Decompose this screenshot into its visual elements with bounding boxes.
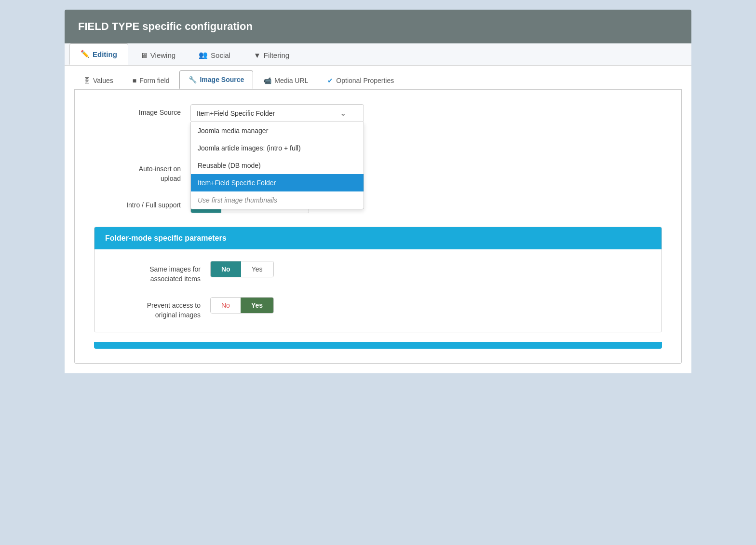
tab-social[interactable]: 👥 Social bbox=[188, 44, 242, 65]
same-images-toggle: No Yes bbox=[210, 261, 274, 277]
tab-viewing-label: Viewing bbox=[150, 51, 176, 59]
page-header: FIELD TYPE specific configuration bbox=[65, 10, 691, 43]
inner-tab-image-source-label: Image Source bbox=[200, 76, 244, 83]
monitor-icon: 🖥 bbox=[140, 51, 148, 59]
dropdown-item-use-first[interactable]: Use first image thumbnails bbox=[191, 191, 364, 209]
dropdown-item-item-field[interactable]: Item+Field Specific Folder bbox=[191, 174, 364, 191]
wrench-icon: 🔧 bbox=[189, 76, 197, 83]
square-icon: ■ bbox=[133, 77, 136, 84]
auto-insert-label: Auto-insert on upload bbox=[94, 161, 190, 183]
video-icon: 📹 bbox=[263, 77, 271, 84]
tab-filtering[interactable]: ▼ Filtering bbox=[243, 45, 300, 65]
form-section: Image Source Item+Field Specific Folder … bbox=[74, 90, 682, 364]
inner-tab-media-url[interactable]: 📹 Media URL bbox=[254, 71, 317, 89]
prevent-access-control: No Yes bbox=[210, 297, 642, 313]
inner-tab-media-url-label: Media URL bbox=[274, 77, 308, 84]
image-source-label: Image Source bbox=[94, 104, 190, 118]
image-source-dropdown: Joomla media manager Joomla article imag… bbox=[190, 122, 364, 209]
prevent-access-label: Prevent access to original images bbox=[114, 297, 210, 320]
intro-full-label: Intro / Full support bbox=[94, 197, 190, 210]
same-images-control: No Yes bbox=[210, 261, 642, 277]
dropdown-item-joomla-media[interactable]: Joomla media manager bbox=[191, 122, 364, 139]
folder-mode-section: Folder-mode specific parameters Same ima… bbox=[94, 227, 662, 332]
bottom-bar bbox=[94, 342, 662, 349]
chevron-down-icon: ⌄ bbox=[340, 109, 346, 118]
inner-tab-optional-properties-label: Optional Properties bbox=[336, 77, 394, 84]
outer-tab-bar: ✏️ Editing 🖥 Viewing 👥 Social ▼ Filterin… bbox=[65, 43, 691, 66]
image-source-select[interactable]: Item+Field Specific Folder ⌄ bbox=[190, 104, 364, 122]
prevent-access-yes-btn[interactable]: Yes bbox=[241, 298, 273, 313]
image-source-control: Item+Field Specific Folder ⌄ Joomla medi… bbox=[190, 104, 662, 122]
prevent-access-row: Prevent access to original images No Yes bbox=[114, 297, 642, 320]
same-images-label: Same images for associated items bbox=[114, 261, 210, 284]
tab-social-label: Social bbox=[211, 51, 230, 59]
intro-full-row: Intro / Full support No Use first image … bbox=[94, 197, 662, 213]
inner-content: 🗄 Values ■ Form field 🔧 Image Source 📹 M… bbox=[65, 66, 691, 373]
auto-insert-row: Auto-insert on upload bbox=[94, 161, 662, 183]
check-icon: ✔ bbox=[327, 77, 333, 84]
dropdown-item-joomla-article[interactable]: Joomla article images: (intro + full) bbox=[191, 139, 364, 157]
inner-tab-values[interactable]: 🗄 Values bbox=[74, 71, 122, 89]
db-icon: 🗄 bbox=[83, 77, 90, 84]
filter-icon: ▼ bbox=[254, 51, 261, 59]
same-images-yes-btn[interactable]: Yes bbox=[241, 261, 273, 277]
inner-tab-image-source[interactable]: 🔧 Image Source bbox=[179, 70, 253, 89]
main-container: FIELD TYPE specific configuration ✏️ Edi… bbox=[65, 10, 691, 373]
folder-mode-body: Same images for associated items No Yes … bbox=[94, 249, 662, 331]
inner-tab-form-field-label: Form field bbox=[139, 77, 169, 84]
same-images-row: Same images for associated items No Yes bbox=[114, 261, 642, 284]
inner-tab-bar: 🗄 Values ■ Form field 🔧 Image Source 📹 M… bbox=[74, 66, 682, 90]
image-source-select-wrapper: Item+Field Specific Folder ⌄ Joomla medi… bbox=[190, 104, 364, 122]
image-source-selected-value: Item+Field Specific Folder bbox=[197, 109, 275, 117]
tab-editing-label: Editing bbox=[93, 50, 117, 58]
edit-icon: ✏️ bbox=[81, 50, 90, 58]
same-images-no-btn[interactable]: No bbox=[211, 261, 241, 277]
inner-tab-optional-properties[interactable]: ✔ Optional Properties bbox=[318, 71, 403, 89]
prevent-access-toggle: No Yes bbox=[210, 297, 274, 313]
tab-viewing[interactable]: 🖥 Viewing bbox=[129, 45, 187, 65]
social-icon: 👥 bbox=[199, 51, 208, 59]
prevent-access-no-btn[interactable]: No bbox=[211, 298, 241, 313]
folder-mode-header: Folder-mode specific parameters bbox=[94, 227, 662, 249]
inner-tab-form-field[interactable]: ■ Form field bbox=[123, 71, 179, 89]
tab-editing[interactable]: ✏️ Editing bbox=[69, 43, 128, 65]
dropdown-item-reusable[interactable]: Reusable (DB mode) bbox=[191, 157, 364, 174]
page-title: FIELD TYPE specific configuration bbox=[78, 20, 678, 33]
image-source-row: Image Source Item+Field Specific Folder … bbox=[94, 104, 662, 122]
tab-filtering-label: Filtering bbox=[264, 51, 289, 59]
inner-tab-values-label: Values bbox=[93, 77, 113, 84]
